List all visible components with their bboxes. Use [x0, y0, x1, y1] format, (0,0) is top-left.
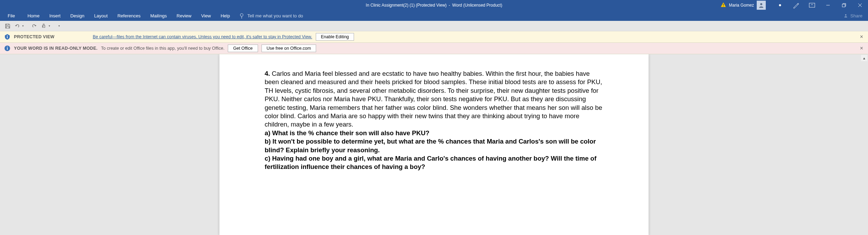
svg-rect-16	[7, 48, 8, 50]
get-office-button[interactable]: Get Office	[228, 44, 258, 52]
svg-point-10	[242, 18, 242, 18]
info-icon	[4, 45, 10, 51]
read-only-text: To create or edit Office files in this a…	[101, 46, 225, 51]
svg-point-12	[7, 35, 8, 36]
tab-design[interactable]: Design	[65, 10, 89, 21]
pen-icon[interactable]	[788, 0, 804, 10]
ribbon-display-options-icon[interactable]	[804, 0, 820, 10]
tab-layout[interactable]: Layout	[89, 10, 113, 21]
info-icon	[4, 34, 10, 40]
doc-name: In Clinic Assignment(2) (1) (Protected V…	[366, 3, 447, 8]
svg-rect-0	[723, 4, 723, 6]
touch-mode-dropdown-icon[interactable]: ▾	[49, 24, 50, 27]
minimize-button[interactable]	[820, 0, 836, 10]
question-body: Carlos and Maria feel blessed and are ec…	[265, 70, 602, 128]
tab-review[interactable]: Review	[172, 10, 196, 21]
svg-point-15	[7, 47, 8, 47]
ribbon-tabs: File Home Insert Design Layout Reference…	[0, 10, 868, 21]
app-name: Word (Unlicensed Product)	[452, 3, 502, 8]
question-4b: b) It won't be possible to determine yet…	[265, 137, 603, 154]
undo-dropdown-icon[interactable]: ▾	[22, 24, 24, 27]
warning-icon	[721, 2, 726, 9]
avatar[interactable]	[757, 1, 766, 10]
share-button[interactable]: Share	[843, 13, 862, 18]
question-4a: a) What is the % chance their son will a…	[265, 129, 603, 137]
svg-point-11	[845, 14, 846, 16]
svg-rect-1	[723, 6, 723, 7]
close-button[interactable]	[852, 0, 868, 10]
question-number: 4.	[265, 70, 272, 77]
close-icon[interactable]: ×	[860, 34, 863, 40]
protected-view-bar: PROTECTED VIEW Be careful—files from the…	[0, 31, 868, 43]
scroll-up-button[interactable]: ▲	[861, 55, 867, 61]
save-button[interactable]	[3, 22, 12, 30]
read-only-bar: YOUR WORD IS IN READ-ONLY MODE. To creat…	[0, 43, 868, 54]
tab-references[interactable]: References	[113, 10, 145, 21]
protected-view-text[interactable]: Be careful—files from the Internet can c…	[93, 34, 312, 39]
document-page: 4. Carlos and Maria feel blessed and are…	[219, 54, 649, 235]
read-only-label: YOUR WORD IS IN READ-ONLY MODE.	[14, 46, 98, 51]
tab-help[interactable]: Help	[216, 10, 235, 21]
title-bar-right: Maria Gomez	[721, 0, 868, 10]
svg-point-8	[240, 14, 243, 16]
use-free-office-button[interactable]: Use free on Office.com	[262, 44, 316, 52]
protected-view-label: PROTECTED VIEW	[14, 34, 55, 39]
question-4-paragraph: 4. Carlos and Maria feel blessed and are…	[265, 70, 603, 129]
undo-button[interactable]	[13, 22, 22, 30]
tell-me-label: Tell me what you want to do	[247, 13, 303, 18]
redo-button[interactable]	[30, 22, 38, 30]
title-dash: -	[449, 3, 450, 8]
tab-insert[interactable]: Insert	[45, 10, 66, 21]
title-text: In Clinic Assignment(2) (1) (Protected V…	[366, 3, 502, 8]
tab-file[interactable]: File	[0, 10, 23, 21]
touch-mouse-mode-button[interactable]	[40, 22, 48, 30]
autosave-indicator	[772, 0, 788, 10]
quick-access-toolbar: ▾ ▾ ▾	[0, 21, 868, 31]
svg-rect-3	[809, 3, 815, 7]
svg-rect-5	[842, 4, 845, 7]
svg-rect-13	[7, 37, 8, 38]
question-4c: c) Having had one boy and a girl, what a…	[265, 154, 603, 171]
close-icon[interactable]: ×	[860, 45, 863, 51]
tell-me-search[interactable]: Tell me what you want to do	[239, 13, 303, 18]
tab-mailings[interactable]: Mailings	[145, 10, 172, 21]
document-area[interactable]: 4. Carlos and Maria feel blessed and are…	[0, 54, 868, 235]
user-name[interactable]: Maria Gomez	[729, 3, 754, 8]
share-label: Share	[850, 13, 862, 18]
tab-home[interactable]: Home	[23, 10, 45, 21]
qat-customize-icon[interactable]: ▾	[58, 24, 60, 27]
title-bar: In Clinic Assignment(2) (1) (Protected V…	[0, 0, 868, 10]
maximize-button[interactable]	[836, 0, 852, 10]
svg-point-2	[760, 3, 762, 5]
tab-view[interactable]: View	[196, 10, 216, 21]
enable-editing-button[interactable]: Enable Editing	[316, 33, 354, 41]
